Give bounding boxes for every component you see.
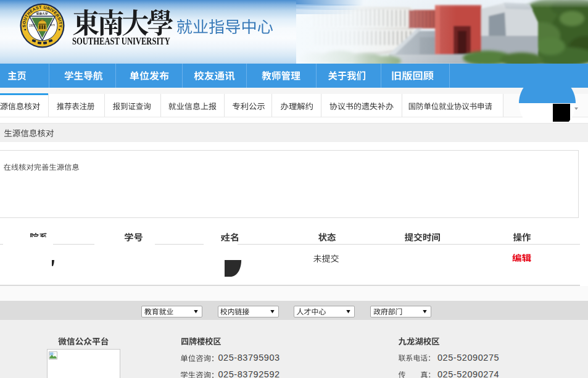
svg-text:1902: 1902 [29,24,36,27]
